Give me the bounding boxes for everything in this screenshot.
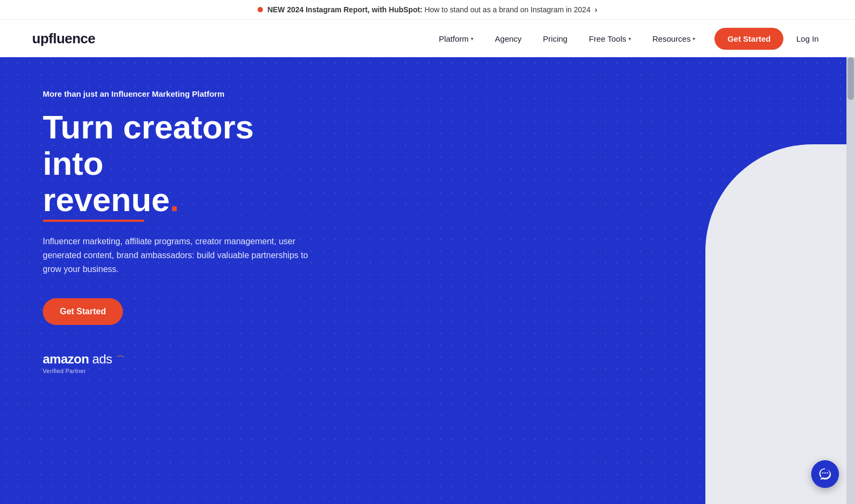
nav-login-link[interactable]: Log In [792,30,823,48]
nav-links: Platform ▾ Agency Pricing Free Tools ▾ R… [430,30,704,48]
hero-content: More than just an Influencer Marketing P… [0,57,363,504]
nav-item-platform[interactable]: Platform ▾ [430,30,482,48]
navigation: upfluence Platform ▾ Agency Pricing Free… [0,20,855,57]
amazon-verified-text: Verified Partner [43,368,321,374]
logo[interactable]: upfluence [32,30,95,47]
announcement-text: NEW 2024 Instagram Report, with HubSpot:… [267,5,590,14]
announcement-bar[interactable]: NEW 2024 Instagram Report, with HubSpot:… [0,0,855,20]
resources-chevron-icon: ▾ [693,36,695,42]
announcement-dot [258,7,263,12]
announcement-arrow: › [595,5,597,14]
hero-section: More than just an Influencer Marketing P… [0,57,855,504]
hero-subtitle: More than just an Influencer Marketing P… [43,89,321,98]
hero-description: Influencer marketing, affiliate programs… [43,235,310,277]
amazon-badge: amazon ads ⌒ Verified Partner [43,352,321,374]
nav-item-pricing[interactable]: Pricing [534,30,576,48]
chat-support-button[interactable] [811,460,839,488]
amazon-logo-text: amazon ads [43,352,112,367]
hero-title-dot: . [170,181,179,218]
hero-get-started-button[interactable]: Get Started [43,298,123,325]
nav-item-free-tools[interactable]: Free Tools ▾ [580,30,640,48]
free-tools-chevron-icon: ▾ [628,36,631,42]
chat-icon [818,467,832,481]
amazon-arrow-icon: ⌒ [115,354,125,367]
white-corner-shape [705,144,855,504]
hero-title-underline: revenue [43,182,170,218]
nav-item-agency[interactable]: Agency [486,30,530,48]
nav-get-started-button[interactable]: Get Started [714,28,783,50]
platform-chevron-icon: ▾ [471,36,473,42]
scrollbar-track[interactable] [846,57,855,504]
scrollbar-thumb[interactable] [848,57,854,100]
hero-title: Turn creators into revenue. [43,109,321,219]
nav-item-resources[interactable]: Resources ▾ [644,30,704,48]
hero-title-line1: Turn creators into [43,108,254,182]
